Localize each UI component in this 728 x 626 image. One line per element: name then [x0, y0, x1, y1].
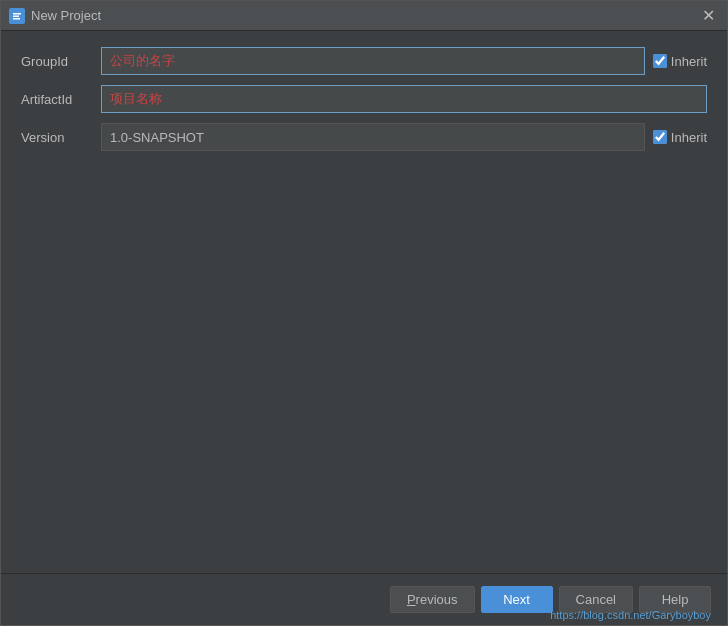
groupid-input-wrapper: Inherit [101, 47, 707, 75]
artifactid-input-wrapper [101, 85, 707, 113]
title-bar: New Project ✕ [1, 1, 727, 31]
version-inherit-checkbox[interactable] [653, 130, 667, 144]
groupid-row: GroupId Inherit [21, 47, 707, 75]
dialog-title: New Project [31, 8, 101, 23]
groupid-input[interactable] [101, 47, 645, 75]
svg-rect-2 [13, 15, 19, 17]
version-input[interactable] [101, 123, 645, 151]
app-icon [9, 8, 25, 24]
version-inherit-label: Inherit [653, 130, 707, 145]
dialog-content: GroupId Inherit ArtifactId Version [1, 31, 727, 573]
version-label: Version [21, 130, 101, 145]
artifactid-label: ArtifactId [21, 92, 101, 107]
content-spacer [21, 161, 707, 557]
version-row: Version Inherit [21, 123, 707, 151]
title-bar-left: New Project [9, 8, 101, 24]
next-button[interactable]: Next [481, 586, 553, 613]
close-button[interactable]: ✕ [698, 6, 719, 26]
svg-rect-1 [13, 13, 21, 15]
new-project-dialog: New Project ✕ GroupId Inherit ArtifactId [0, 0, 728, 626]
groupid-inherit-checkbox[interactable] [653, 54, 667, 68]
footer-url: https://blog.csdn.net/Garyboyboy [550, 609, 711, 625]
artifactid-input[interactable] [101, 85, 707, 113]
groupid-inherit-label: Inherit [653, 54, 707, 69]
previous-button[interactable]: Previous [390, 586, 475, 613]
svg-rect-3 [13, 18, 20, 20]
groupid-label: GroupId [21, 54, 101, 69]
dialog-footer: Previous Next Cancel Help https://blog.c… [1, 573, 727, 625]
version-input-wrapper: Inherit [101, 123, 707, 151]
artifactid-row: ArtifactId [21, 85, 707, 113]
